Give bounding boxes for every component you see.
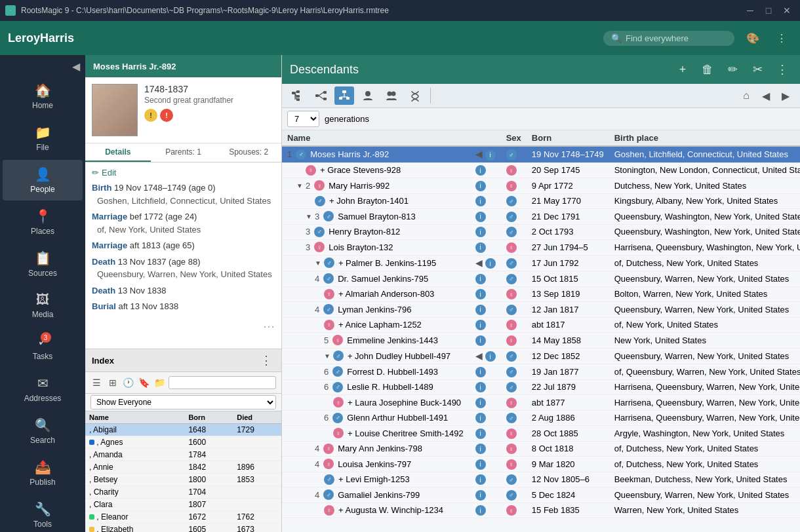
expand-icon[interactable]: ▼	[306, 213, 312, 220]
nav-arrow-icon[interactable]: ◀	[474, 351, 484, 361]
descendants-table-wrap[interactable]: Name Sex Born Birth place D 1♂Moses Harr…	[282, 130, 800, 532]
tree-view-btn-3[interactable]	[334, 86, 354, 105]
sidebar-item-search[interactable]: 🔍 Search	[3, 411, 83, 451]
index-search-input[interactable]	[169, 376, 276, 389]
search-input[interactable]	[626, 33, 724, 43]
tree-view-btn-6[interactable]	[405, 86, 425, 105]
tab-details[interactable]: Details	[85, 143, 151, 162]
index-table-row[interactable]: , Eleanor16721762	[85, 511, 281, 523]
expand-icon[interactable]: ▼	[315, 259, 321, 267]
desc-table-row[interactable]: 6♂Forrest D. Hubbell-1493i♂19 Jan 1877of…	[282, 364, 800, 380]
tree-view-btn-1[interactable]	[287, 86, 307, 105]
info-icon[interactable]: i	[475, 413, 486, 423]
sidebar-item-media[interactable]: 🖼 Media	[3, 286, 83, 326]
sidebar-item-publish[interactable]: 📤 Publish	[3, 453, 83, 493]
index-folder-btn[interactable]: 📁	[153, 375, 166, 390]
index-table-row[interactable]: , Charity1704	[85, 486, 281, 499]
sidebar-item-file[interactable]: 📁 File	[3, 118, 83, 159]
nav-arrow-icon[interactable]: ◀	[474, 149, 484, 159]
tree-view-btn-2[interactable]	[311, 86, 330, 105]
index-list-view-btn[interactable]: ☰	[90, 375, 104, 390]
nav-arrow-icon[interactable]: ◀	[474, 257, 484, 268]
desc-table-row[interactable]: 4♀Mary Ann Jenkins-798i♀8 Oct 1818of, Du…	[282, 441, 800, 457]
index-table-row[interactable]: , Agnes1600	[85, 436, 281, 449]
index-history-btn[interactable]: 🕐	[122, 375, 135, 390]
info-icon[interactable]: i	[475, 382, 486, 392]
edit-pencil-button[interactable]: ✏	[723, 60, 742, 79]
tree-back-btn[interactable]: ◀	[757, 86, 775, 105]
desc-table-row[interactable]: ♀+ Laura Josephine Buck-1490i♀abt 1877Ha…	[282, 395, 800, 411]
desc-table-row[interactable]: 6♂Glenn Arthur Hubbell-1491i♂2 Aug 1886H…	[282, 410, 800, 426]
info-icon[interactable]: i	[475, 196, 486, 206]
sidebar-item-sources[interactable]: 📋 Sources	[3, 244, 83, 284]
desc-table-row[interactable]: ♀+ Augusta W. Winchip-1234i♀15 Feb 1835W…	[282, 503, 800, 518]
desc-table-row[interactable]: 4♂Lyman Jenkins-796i♂12 Jan 1817Queensbu…	[282, 302, 800, 318]
tree-forward-btn[interactable]: ▶	[776, 86, 795, 105]
info-icon[interactable]: i	[475, 335, 486, 346]
index-filter-select[interactable]: Show Everyone Show Living Show Deceased	[90, 395, 276, 409]
edit-button[interactable]: ✏ Edit	[92, 168, 275, 178]
desc-table-row[interactable]: ♂+ Levi Emigh-1253i♂12 Nov 1805–6Beekman…	[282, 472, 800, 487]
expand-icon[interactable]: ▼	[324, 352, 330, 360]
desc-table-row[interactable]: 4♂Dr. Samuel Jenkins-795i♂15 Oct 1815Que…	[282, 271, 800, 287]
info-icon[interactable]: i	[475, 367, 486, 377]
index-menu-button[interactable]: ⋮	[258, 353, 275, 368]
info-icon[interactable]: i	[475, 212, 486, 222]
info-icon[interactable]: i	[475, 320, 486, 330]
sidebar-item-places[interactable]: 📍 Places	[3, 202, 83, 242]
tree-home-btn[interactable]: ⌂	[737, 86, 755, 105]
minimize-button[interactable]: ─	[742, 4, 758, 17]
info-icon[interactable]: i	[475, 165, 486, 176]
desc-table-row[interactable]: ♂+ John Brayton-1401i♂21 May 1770Kingsbu…	[282, 193, 800, 209]
info-icon[interactable]: i	[475, 242, 486, 253]
desc-table-row[interactable]: ♀+ Almariah Anderson-803i♀13 Sep 1819Bol…	[282, 286, 800, 302]
desc-table-row[interactable]: ♀+ Grace Stevens-928i♀20 Sep 1745Stoning…	[282, 162, 800, 178]
info-icon[interactable]: i	[475, 227, 486, 237]
desc-table-row[interactable]: 6♂Leslie R. Hubbell-1489i♂22 Jul 1879Har…	[282, 379, 800, 395]
info-icon[interactable]: i	[475, 398, 486, 408]
info-icon[interactable]: i	[475, 181, 486, 191]
index-grid-view-btn[interactable]: ⊞	[106, 375, 119, 390]
desc-table-row[interactable]: ♀+ Louise Cheritree Smith-1492i♀28 Oct 1…	[282, 426, 800, 442]
desc-table-row[interactable]: ▼2♀Mary Harris-992i♀9 Apr 1772Dutchess, …	[282, 178, 800, 194]
info-icon[interactable]: i	[475, 444, 486, 454]
info-icon[interactable]: i	[475, 274, 486, 284]
scroll-down-indicator[interactable]: ⋯	[263, 319, 275, 333]
more-menu-button[interactable]: ⋮	[771, 28, 792, 48]
sidebar-collapse-button[interactable]: ◀	[67, 58, 85, 75]
desc-table-row[interactable]: 5♀Emmeline Jenkins-1443i♀14 May 1858New …	[282, 333, 800, 349]
index-table-row[interactable]: , Elizabeth16051673	[85, 523, 281, 533]
info-icon[interactable]: i	[485, 258, 496, 269]
index-table-row[interactable]: , Amanda1784	[85, 449, 281, 461]
index-table-row[interactable]: , Clara1807	[85, 499, 281, 511]
desc-table-row[interactable]: 3♂Henry Brayton-812i♂2 Oct 1793Queensbur…	[282, 224, 800, 240]
info-icon[interactable]: i	[475, 505, 486, 516]
search-box[interactable]: 🔍	[603, 31, 734, 46]
desc-table-row[interactable]: 4♂Gamaliel Jenkins-799i♂5 Dec 1824Queens…	[282, 487, 800, 503]
index-table-row[interactable]: , Annie18421896	[85, 461, 281, 474]
desc-table-row[interactable]: 3♀Lois Brayton-132i♀27 Jun 1794–5Harrise…	[282, 240, 800, 256]
tree-view-btn-4[interactable]	[358, 86, 378, 105]
more-options-button[interactable]: ⋮	[772, 60, 792, 79]
desc-table-row[interactable]: 1♂Moses Harris Jr.-892◀i♂19 Nov 1748–174…	[282, 146, 800, 162]
desc-table-row[interactable]: ▼♂+ John Dudley Hubbell-497◀i♂12 Dec 185…	[282, 348, 800, 364]
desc-table-row[interactable]: ▼3♂Samuel Brayton-813i♂21 Dec 1791Queens…	[282, 209, 800, 225]
tree-view-btn-5[interactable]	[382, 86, 401, 105]
info-icon[interactable]: i	[475, 428, 486, 439]
info-icon[interactable]: i	[475, 474, 486, 485]
expand-icon[interactable]: ▼	[296, 182, 303, 189]
generations-select[interactable]: 7 1 2 3 4 5 6 8 9 10	[287, 111, 319, 127]
index-table-row[interactable]: , Abigail16481729	[85, 424, 281, 436]
info-icon[interactable]: i	[475, 459, 486, 470]
desc-table-row[interactable]: 4♀Louisa Jenkins-797i♀9 Mar 1820of, Dutc…	[282, 457, 800, 472]
theme-button[interactable]: 🎨	[742, 28, 763, 48]
scissors-button[interactable]: ✂	[748, 60, 767, 79]
info-icon[interactable]: i	[485, 351, 496, 362]
sidebar-item-tools[interactable]: 🔧 Tools	[3, 495, 83, 532]
maximize-button[interactable]: □	[761, 4, 776, 17]
delete-button[interactable]: 🗑	[698, 60, 717, 79]
close-button[interactable]: ✕	[779, 4, 795, 17]
info-icon[interactable]: i	[475, 289, 486, 299]
tab-parents[interactable]: Parents: 1	[151, 143, 216, 162]
desc-table-row[interactable]: ♀+ Anice Lapham-1252i♀abt 1817of, New Yo…	[282, 317, 800, 333]
